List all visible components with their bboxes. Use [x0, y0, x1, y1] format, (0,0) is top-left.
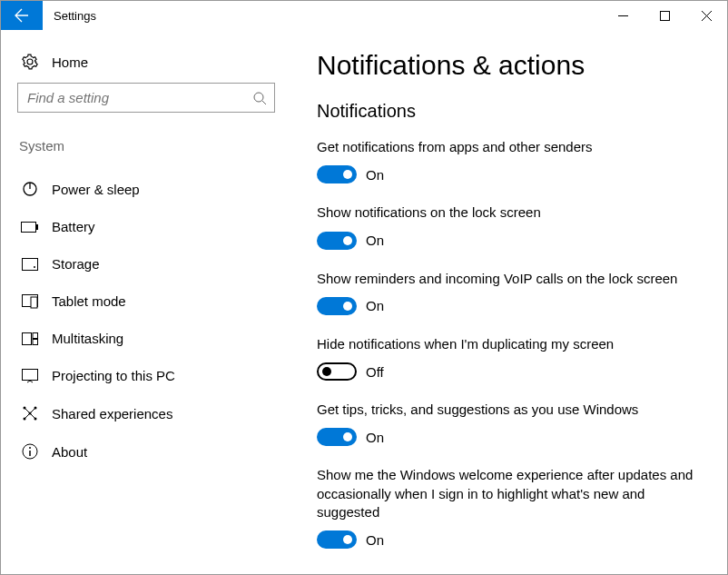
- sidebar-item-projecting[interactable]: Projecting to this PC: [17, 357, 275, 394]
- svg-rect-3: [22, 222, 36, 232]
- sidebar-item-label: Battery: [52, 219, 95, 234]
- setting-label: Show reminders and incoming VoIP calls o…: [317, 270, 698, 288]
- setting-row: Get tips, tricks, and suggestions as you…: [317, 401, 702, 446]
- setting-label: Get notifications from apps and other se…: [317, 138, 698, 156]
- sidebar-item-power-sleep[interactable]: Power & sleep: [17, 170, 275, 208]
- svg-rect-9: [23, 332, 32, 344]
- page-title: Notifications & actions: [317, 50, 702, 81]
- battery-icon: [21, 222, 39, 233]
- gear-icon: [21, 54, 39, 70]
- sidebar-item-label: Power & sleep: [52, 182, 140, 197]
- svg-rect-8: [31, 297, 37, 308]
- search-field[interactable]: [25, 89, 252, 106]
- sidebar-item-storage[interactable]: Storage: [17, 245, 275, 283]
- toggle-switch[interactable]: [317, 297, 357, 315]
- toggle-switch[interactable]: [317, 530, 357, 549]
- storage-icon: [21, 258, 39, 271]
- svg-rect-11: [33, 339, 38, 344]
- toggle-state: On: [366, 298, 384, 313]
- sidebar-item-label: Storage: [52, 256, 100, 272]
- toggle-switch[interactable]: [317, 165, 357, 183]
- sidebar: Home System Power & sleep Battery Storag…: [1, 30, 291, 574]
- toggle-knob: [343, 170, 352, 179]
- svg-rect-10: [33, 332, 38, 338]
- toggle-knob: [343, 535, 352, 544]
- toggle-knob: [322, 367, 331, 376]
- svg-rect-5: [23, 258, 38, 270]
- tablet-icon: [21, 294, 39, 309]
- setting-label: Show me the Windows welcome experience a…: [317, 466, 698, 521]
- sidebar-item-tablet-mode[interactable]: Tablet mode: [17, 283, 275, 320]
- svg-rect-12: [23, 369, 38, 380]
- power-icon: [21, 181, 39, 197]
- svg-rect-4: [36, 224, 38, 230]
- setting-label: Get tips, tricks, and suggestions as you…: [317, 401, 698, 419]
- close-icon: [702, 11, 712, 21]
- maximize-icon: [660, 11, 670, 21]
- minimize-button[interactable]: [602, 1, 644, 30]
- setting-row: Show me the Windows welcome experience a…: [317, 466, 702, 549]
- sidebar-item-label: Multitasking: [52, 331, 123, 346]
- search-icon: [252, 91, 267, 105]
- svg-point-1: [254, 93, 263, 102]
- section-title: Notifications: [317, 101, 702, 122]
- setting-row: Show notifications on the lock screenOn: [317, 203, 702, 249]
- window-title: Settings: [43, 9, 96, 23]
- sidebar-item-shared[interactable]: Shared experiences: [17, 394, 275, 432]
- toggle-switch[interactable]: [317, 232, 357, 250]
- toggle-knob: [343, 302, 352, 311]
- window-controls: [602, 1, 727, 30]
- svg-point-6: [34, 266, 35, 268]
- sidebar-home-label: Home: [52, 55, 88, 70]
- toggle-switch[interactable]: [317, 428, 357, 446]
- info-icon: [21, 443, 39, 460]
- close-button[interactable]: [685, 1, 727, 30]
- minimize-icon: [618, 11, 628, 21]
- maximize-button[interactable]: [644, 1, 685, 30]
- toggle-knob: [343, 432, 352, 441]
- toggle-state: Off: [366, 364, 384, 380]
- setting-label: Hide notifications when I'm duplicating …: [317, 335, 698, 353]
- shared-icon: [21, 405, 39, 421]
- sidebar-home[interactable]: Home: [17, 48, 275, 83]
- setting-row: Show reminders and incoming VoIP calls o…: [317, 270, 702, 315]
- toggle-state: On: [366, 233, 384, 248]
- setting-row: Get notifications from apps and other se…: [317, 138, 702, 183]
- sidebar-item-label: Projecting to this PC: [52, 368, 175, 383]
- titlebar: Settings: [1, 1, 727, 30]
- sidebar-item-multitasking[interactable]: Multitasking: [17, 320, 275, 357]
- projecting-icon: [21, 369, 39, 383]
- main-panel: Notifications & actions Notifications Ge…: [291, 30, 727, 574]
- toggle-switch[interactable]: [317, 362, 357, 381]
- svg-point-19: [29, 447, 31, 449]
- setting-row: Hide notifications when I'm duplicating …: [317, 335, 702, 381]
- toggle-knob: [343, 236, 352, 245]
- back-button[interactable]: [1, 1, 43, 30]
- sidebar-item-label: Tablet mode: [52, 293, 126, 309]
- sidebar-item-about[interactable]: About: [17, 432, 275, 471]
- sidebar-item-label: Shared experiences: [52, 406, 172, 421]
- arrow-left-icon: [15, 8, 29, 23]
- sidebar-item-battery[interactable]: Battery: [17, 208, 275, 245]
- search-input[interactable]: [17, 83, 275, 113]
- toggle-state: On: [366, 167, 384, 183]
- sidebar-category: System: [17, 138, 275, 154]
- svg-rect-0: [660, 11, 669, 20]
- toggle-state: On: [366, 532, 384, 548]
- toggle-state: On: [366, 430, 384, 445]
- multitasking-icon: [21, 332, 39, 345]
- sidebar-item-label: About: [52, 444, 87, 460]
- setting-label: Show notifications on the lock screen: [317, 203, 698, 222]
